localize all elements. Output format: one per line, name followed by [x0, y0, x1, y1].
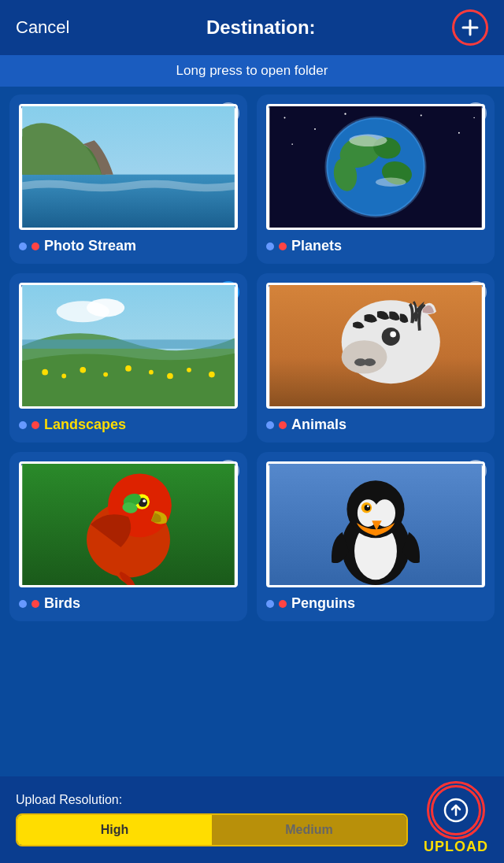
upload-label: UPLOAD	[424, 839, 488, 855]
resolution-section: Upload Resolution: High Medium	[16, 793, 408, 846]
header: Cancel Destination:	[0, 0, 504, 55]
page-title: Destination:	[206, 17, 316, 39]
upload-circle	[431, 785, 481, 835]
folder-card-birds[interactable]: Birds	[9, 452, 247, 621]
bottom-bar: Upload Resolution: High Medium UPLOAD	[0, 776, 504, 863]
svg-point-25	[103, 372, 108, 377]
folder-name-animals: Animals	[291, 417, 346, 433]
photo-stack-animals	[266, 283, 485, 409]
svg-rect-31	[22, 339, 235, 349]
high-resolution-button[interactable]: High	[17, 815, 212, 845]
svg-point-58	[445, 799, 467, 821]
photo-stack-photo-stream	[19, 104, 238, 230]
dot-blue-birds	[19, 600, 27, 608]
svg-point-29	[187, 368, 191, 372]
dot-red	[32, 243, 39, 250]
photo-stack-birds	[19, 461, 238, 587]
folder-name-photo-stream: Photo Stream	[44, 238, 136, 254]
svg-point-30	[209, 372, 215, 378]
folder-grid: Photo Stream	[0, 87, 504, 629]
add-folder-button[interactable]	[452, 9, 488, 46]
svg-point-38	[364, 358, 376, 366]
dot-red-animals	[279, 421, 287, 429]
card-label-penguins: Penguins	[266, 595, 485, 612]
folder-card-landscapes[interactable]: Landscapes	[9, 273, 247, 443]
svg-point-36	[342, 340, 387, 373]
resolution-label: Upload Resolution:	[16, 793, 408, 807]
svg-point-12	[291, 143, 293, 145]
card-label-landscapes: Landscapes	[19, 417, 238, 433]
folder-card-planets[interactable]: Planets	[257, 94, 495, 264]
hint-bar: Long press to open folder	[0, 55, 504, 87]
plus-icon	[461, 19, 479, 36]
svg-point-23	[61, 374, 66, 379]
resolution-buttons: High Medium	[16, 813, 408, 846]
svg-point-27	[149, 370, 154, 375]
folder-name-birds: Birds	[44, 595, 80, 612]
dot-blue-animals	[266, 421, 274, 429]
hint-text: Long press to open folder	[176, 63, 328, 78]
svg-point-40	[390, 331, 396, 338]
folder-name-landscapes: Landscapes	[44, 417, 126, 433]
svg-point-7	[344, 113, 346, 114]
dot-blue-planets	[266, 243, 274, 250]
svg-point-11	[473, 117, 475, 119]
folder-card-penguins[interactable]: Penguins	[257, 452, 495, 621]
cancel-button[interactable]: Cancel	[16, 17, 69, 38]
svg-point-22	[42, 369, 48, 376]
svg-point-6	[314, 128, 316, 130]
photo-stack-penguins	[266, 461, 485, 587]
upload-icon	[443, 798, 469, 823]
folder-name-penguins: Penguins	[291, 595, 355, 612]
dot-blue-penguins	[266, 600, 274, 608]
dot-red-landscapes	[32, 421, 39, 429]
svg-point-9	[421, 115, 422, 117]
svg-point-57	[367, 505, 369, 507]
dot-blue-landscapes	[19, 421, 27, 429]
folder-card-photo-stream[interactable]: Photo Stream	[9, 94, 247, 264]
upload-section[interactable]: UPLOAD	[424, 785, 488, 855]
svg-point-26	[125, 365, 132, 372]
svg-point-24	[80, 367, 86, 373]
dot-red-penguins	[279, 600, 287, 608]
dot-blue	[19, 243, 27, 250]
card-label-animals: Animals	[266, 417, 485, 433]
dot-red-planets	[279, 243, 287, 250]
medium-resolution-button[interactable]: Medium	[212, 815, 406, 845]
svg-point-19	[376, 177, 406, 187]
photo-stack-planets	[266, 104, 485, 230]
svg-point-18	[349, 135, 387, 146]
card-label-planets: Planets	[266, 238, 485, 254]
svg-point-33	[87, 298, 124, 317]
card-label-birds: Birds	[19, 595, 238, 612]
photo-stack-landscapes	[19, 283, 238, 409]
svg-point-5	[284, 117, 286, 118]
card-label-photo-stream: Photo Stream	[19, 238, 238, 254]
svg-point-46	[143, 499, 146, 502]
folder-name-planets: Planets	[291, 238, 342, 254]
svg-point-28	[167, 373, 173, 380]
svg-point-10	[458, 132, 460, 134]
svg-point-39	[382, 328, 400, 346]
dot-red-birds	[32, 600, 39, 608]
scroll-area: Photo Stream	[0, 87, 504, 773]
folder-card-animals[interactable]: Animals	[257, 273, 495, 443]
